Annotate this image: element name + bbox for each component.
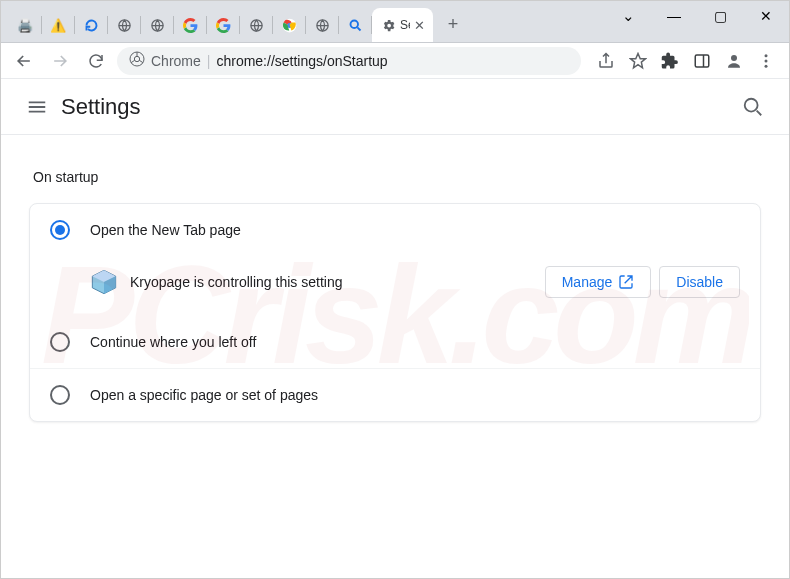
window-minimize-button[interactable]: — bbox=[651, 1, 697, 31]
radio-unselected[interactable] bbox=[50, 385, 70, 405]
tab-item[interactable]: 🖨️ bbox=[9, 8, 41, 42]
settings-favicon bbox=[380, 17, 396, 33]
printer-icon: 🖨️ bbox=[17, 17, 33, 33]
radio-selected[interactable] bbox=[50, 220, 70, 240]
window-maximize-button[interactable]: ▢ bbox=[697, 1, 743, 31]
startup-options-card: Open the New Tab page Kryopage is contro… bbox=[29, 203, 761, 422]
svg-point-7 bbox=[134, 56, 139, 61]
search-icon bbox=[347, 17, 363, 33]
new-tab-button[interactable]: + bbox=[439, 11, 467, 39]
address-bar: Chrome | chrome://settings/onStartup bbox=[1, 43, 789, 79]
tab-item[interactable] bbox=[207, 8, 239, 42]
tab-item[interactable] bbox=[273, 8, 305, 42]
svg-rect-8 bbox=[695, 55, 709, 67]
extension-cube-icon bbox=[90, 268, 118, 296]
tab-strip: 🖨️ ⚠️ bbox=[9, 1, 605, 42]
svg-point-13 bbox=[745, 98, 758, 111]
window-close-button[interactable]: ✕ bbox=[743, 1, 789, 31]
radio-unselected[interactable] bbox=[50, 332, 70, 352]
window-controls: ⌄ — ▢ ✕ bbox=[605, 1, 789, 42]
disable-button[interactable]: Disable bbox=[659, 266, 740, 298]
profile-button[interactable] bbox=[719, 46, 749, 76]
tab-item[interactable] bbox=[174, 8, 206, 42]
radio-label: Continue where you left off bbox=[90, 334, 256, 350]
manage-label: Manage bbox=[562, 274, 613, 290]
refresh-icon bbox=[83, 17, 99, 33]
svg-point-5 bbox=[350, 20, 358, 28]
globe-icon bbox=[116, 17, 132, 33]
tabs-overflow-button[interactable]: ⌄ bbox=[605, 1, 651, 31]
bookmark-button[interactable] bbox=[623, 46, 653, 76]
google-icon bbox=[182, 17, 198, 33]
extensions-button[interactable] bbox=[655, 46, 685, 76]
google-icon bbox=[215, 17, 231, 33]
option-continue[interactable]: Continue where you left off bbox=[30, 316, 760, 368]
tab-item[interactable] bbox=[339, 8, 371, 42]
tab-active[interactable]: Settings - On startup ✕ bbox=[372, 8, 433, 42]
option-new-tab[interactable]: Open the New Tab page bbox=[30, 204, 760, 256]
option-specific-pages[interactable]: Open a specific page or set of pages bbox=[30, 368, 760, 421]
page-header: Settings bbox=[1, 79, 789, 135]
globe-icon bbox=[248, 17, 264, 33]
omnibox-separator: | bbox=[207, 53, 211, 69]
tab-item[interactable] bbox=[108, 8, 140, 42]
extension-control-notice: Kryopage is controlling this setting Man… bbox=[30, 256, 760, 316]
section-title: On startup bbox=[33, 169, 757, 185]
tab-item[interactable] bbox=[75, 8, 107, 42]
svg-point-12 bbox=[765, 64, 768, 67]
tab-item[interactable] bbox=[141, 8, 173, 42]
settings-search-button[interactable] bbox=[733, 87, 773, 127]
hamburger-menu-button[interactable] bbox=[17, 87, 57, 127]
reload-button[interactable] bbox=[81, 46, 111, 76]
svg-point-11 bbox=[765, 59, 768, 62]
tab-title: Settings - On startup bbox=[400, 18, 410, 32]
chrome-chip-icon bbox=[129, 51, 145, 70]
manage-button[interactable]: Manage bbox=[545, 266, 652, 298]
tab-item[interactable]: ⚠️ bbox=[42, 8, 74, 42]
tab-item[interactable] bbox=[306, 8, 338, 42]
back-button[interactable] bbox=[9, 46, 39, 76]
window-titlebar: 🖨️ ⚠️ bbox=[1, 1, 789, 43]
tab-close-icon[interactable]: ✕ bbox=[414, 18, 425, 33]
share-button[interactable] bbox=[591, 46, 621, 76]
radio-label: Open the New Tab page bbox=[90, 222, 241, 238]
omnibox-url: chrome://settings/onStartup bbox=[216, 53, 387, 69]
extension-notice-text: Kryopage is controlling this setting bbox=[130, 274, 537, 290]
omnibox[interactable]: Chrome | chrome://settings/onStartup bbox=[117, 47, 581, 75]
settings-content: On startup Open the New Tab page Kryopag… bbox=[1, 135, 789, 446]
page-title: Settings bbox=[61, 94, 141, 120]
forward-button[interactable] bbox=[45, 46, 75, 76]
sidepanel-button[interactable] bbox=[687, 46, 717, 76]
radio-label: Open a specific page or set of pages bbox=[90, 387, 318, 403]
svg-point-10 bbox=[765, 54, 768, 57]
menu-button[interactable] bbox=[751, 46, 781, 76]
tab-item[interactable] bbox=[240, 8, 272, 42]
warning-icon: ⚠️ bbox=[50, 17, 66, 33]
chrome-icon bbox=[281, 17, 297, 33]
globe-icon bbox=[314, 17, 330, 33]
omnibox-chip: Chrome bbox=[151, 53, 201, 69]
external-link-icon bbox=[618, 274, 634, 290]
svg-point-9 bbox=[731, 55, 737, 61]
disable-label: Disable bbox=[676, 274, 723, 290]
globe-icon bbox=[149, 17, 165, 33]
